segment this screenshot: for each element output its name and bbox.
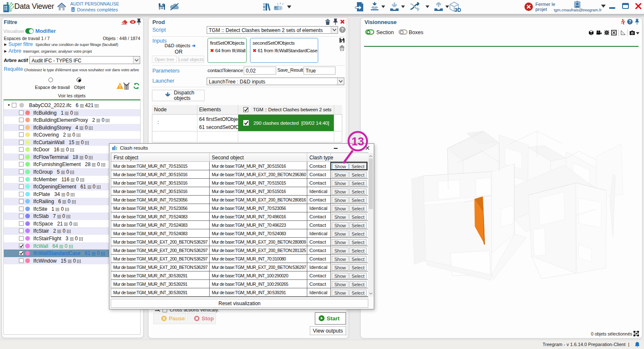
svg-text:13: 13: [351, 135, 364, 148]
